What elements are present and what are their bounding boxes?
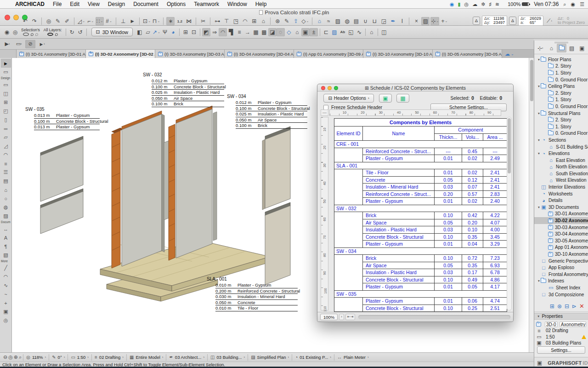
drop-icon[interactable] (55, 33, 58, 36)
group-row[interactable]: SW - 034 (334, 247, 507, 255)
component-name-cell[interactable]: Plaster - Gypsum (363, 155, 435, 162)
component-value-cell[interactable]: 0.10 (462, 226, 483, 234)
editing-plane-icon[interactable]: ► (128, 17, 136, 25)
table-row[interactable]: Tile - Floor0.010.022.41 (334, 169, 507, 177)
menu-item-options[interactable]: Options (163, 1, 190, 7)
component-value-cell[interactable]: 4.07 (483, 219, 507, 226)
navigator-item-0-ground-floor[interactable]: 0. Ground Floor (534, 130, 588, 137)
pick-up-parameters-icon[interactable]: ✎ (54, 17, 62, 25)
component-name-cell[interactable]: Air Space (363, 219, 435, 226)
header-options-button[interactable]: ⊟ Header Options › (323, 94, 374, 103)
profile-icon[interactable]: ◲ (379, 17, 388, 25)
component-value-cell[interactable]: 0.10 (435, 276, 462, 283)
component-value-cell[interactable]: 0.05 (435, 219, 462, 226)
tab-5[interactable]: (I) App 01 Axonometry [3D-09 Axon... (294, 50, 363, 58)
navigator-item-details[interactable]: ◕Details (534, 197, 588, 204)
navigator-item-east-elevation[interactable]: ⌂East Elevation (534, 157, 588, 164)
vertical-ruler[interactable]: 102030405060708090100110 (321, 117, 328, 310)
siri-icon[interactable]: ◉ (571, 1, 576, 7)
component-value-cell[interactable]: 0.35 (462, 262, 483, 269)
polyline-tool[interactable]: ∿ (1, 281, 11, 290)
navigator-item-structural-plans[interactable]: ▼Structural Plans (534, 110, 588, 117)
component-value-cell[interactable]: --- (435, 148, 462, 155)
navigator-item-2-story[interactable]: 2. Story (534, 63, 588, 70)
minimize-window-button[interactable] (13, 15, 19, 20)
railing-tool[interactable]: ☰ (1, 168, 11, 177)
line-tool[interactable]: ╱ (1, 264, 11, 272)
navigator-item-3d-10-axonometry[interactable]: 3D-10 Axonometry (534, 251, 588, 258)
component-value-cell[interactable]: 2.41 (483, 176, 507, 184)
home-story-icon[interactable]: ⌂ (259, 17, 267, 25)
menu-item-window[interactable]: Window (223, 1, 251, 7)
grid-snap-icon[interactable]: #⌄ (105, 17, 113, 25)
spline-tool[interactable]: ~ (1, 290, 11, 299)
arrow-mode-icon[interactable]: ►› (37, 40, 47, 48)
new-view-icon[interactable]: ⊛ (557, 303, 562, 310)
zoom-in-icon[interactable]: ⊕ (14, 354, 18, 360)
zoom-selection-icon[interactable]: ◎ (45, 17, 53, 25)
roof-accessory-icon[interactable]: ⌂ (315, 17, 323, 25)
expand-arrow-icon[interactable]: ▼ (537, 58, 541, 61)
figure-tool[interactable]: ▣ (1, 307, 11, 316)
label-tool[interactable]: ¶ (1, 242, 11, 251)
col-subheader-0[interactable]: Thickn... (435, 133, 462, 141)
navigator-item-3d-composizione[interactable]: □3d Composizione (534, 291, 588, 298)
spotlight-icon[interactable]: ⌕ (563, 1, 566, 7)
option-118-[interactable]: ◎118%› (23, 354, 49, 361)
fit-width-icon[interactable]: ⇤⇥ (345, 314, 355, 320)
navigator-item-0-ground-floor[interactable]: 0. Ground Floor (534, 76, 588, 83)
col-header-component[interactable]: Component (435, 126, 507, 134)
column-tool[interactable]: ▯ (1, 115, 11, 124)
corner-icon[interactable]: ◳ (232, 17, 240, 25)
resize-icon[interactable]: ⊞ (250, 17, 258, 25)
snap-guides-icon[interactable]: ⌐⌄ (86, 17, 95, 25)
tab-7[interactable]: (I) 3D-05 Axonometry [3D-05 Axono... (433, 50, 502, 58)
component-value-cell[interactable]: 4.17 (483, 283, 507, 291)
option-02-drafting[interactable]: ≡02 Drafting› (91, 354, 126, 361)
close-window-button[interactable] (5, 15, 10, 20)
wall-tool[interactable]: ▭ (1, 80, 11, 89)
component-value-cell[interactable]: 0.05 (435, 262, 462, 269)
component-value-cell[interactable]: 0.45 (462, 148, 483, 155)
menu-item-archicad[interactable]: ARCHICAD (11, 1, 49, 7)
component-name-cell[interactable]: Insulation - Plastic Hard (363, 226, 435, 234)
properties-header[interactable]: ▼Properties (534, 313, 588, 320)
level-icon[interactable]: ⊤ (222, 17, 231, 25)
hatch-diag-icon[interactable]: ▩ (260, 28, 268, 36)
select-visible-button[interactable]: ▦ (396, 94, 409, 103)
component-name-cell[interactable]: Plaster - Gypsum (363, 298, 435, 305)
audio-midi-icon[interactable]: ♯ (489, 1, 492, 7)
component-name-cell[interactable]: Reinforced Concrete - Struct... (363, 148, 435, 155)
project-map-tab[interactable]: ⌂ (547, 44, 556, 52)
pen-target-icon[interactable]: ⊡ (190, 28, 198, 36)
option-03-architect-[interactable]: ✒03 Architect...› (166, 354, 207, 361)
curtain-wall-tool[interactable]: ▤ (1, 177, 11, 185)
arc-tool[interactable]: ◠ (1, 272, 11, 281)
hatch-dense-icon[interactable]: ▦ (252, 28, 260, 36)
schedule-zoom-button[interactable] (334, 86, 338, 90)
navigator-item-2-story[interactable]: 2. Story (534, 116, 588, 123)
component-value-cell[interactable]: 0.05 (462, 283, 483, 291)
component-value-cell[interactable]: 2.41 (483, 184, 507, 191)
expand-arrow-icon[interactable]: ▼ (537, 85, 541, 88)
component-value-cell[interactable]: 3.45 (483, 233, 507, 241)
component-name-cell[interactable]: Brick (363, 212, 435, 219)
component-value-cell[interactable]: 0.01 (435, 283, 462, 291)
component-name-cell[interactable]: Air Space (363, 262, 435, 269)
redo-view-icon[interactable]: ↻ (68, 28, 76, 36)
hotspot-tool[interactable]: + (1, 299, 11, 307)
component-name-cell[interactable]: Plaster - Gypsum (363, 283, 435, 291)
tab-6[interactable]: (I) 3D-10 Axonometry [3D-10 Axono... (363, 50, 433, 58)
morph-icon[interactable]: ◇⌄ (301, 17, 309, 25)
cut-3d-icon[interactable]: ◧ (136, 28, 144, 36)
wifi-icon[interactable]: ≋ (495, 1, 499, 7)
component-name-cell[interactable]: Insulation - Plastic Hard (363, 269, 435, 276)
navigator-item-1-story[interactable]: 1. Story (534, 123, 588, 130)
text-tool[interactable]: A (1, 233, 11, 242)
component-value-cell[interactable]: 0.07 (462, 184, 483, 191)
navigator-menu-icon[interactable]: ⊹› (536, 44, 545, 52)
component-name-cell[interactable]: Concrete (363, 176, 435, 184)
component-value-cell[interactable]: 0.01 (435, 169, 462, 177)
schedule-window[interactable]: ⊞ Schedule / ICS-02 Components by Elemen… (317, 84, 514, 322)
col-header-name[interactable]: Name (363, 126, 435, 141)
